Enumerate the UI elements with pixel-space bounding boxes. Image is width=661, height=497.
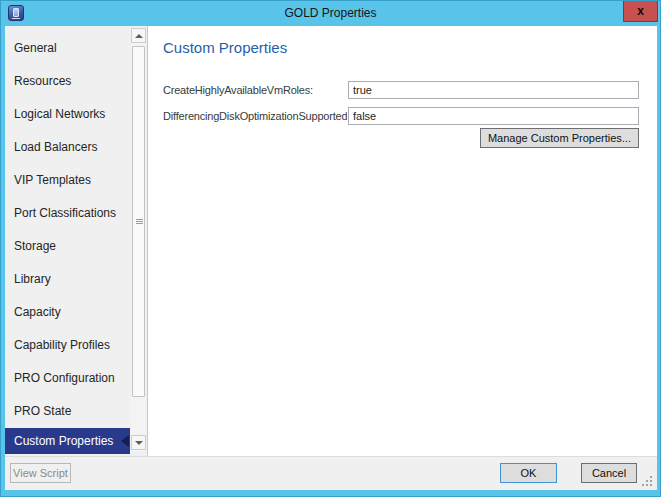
sidebar-item-capability-profiles[interactable]: Capability Profiles (5, 329, 130, 362)
sidebar-item-library[interactable]: Library (5, 263, 130, 296)
view-script-button[interactable]: View Script (10, 463, 71, 483)
field-label: DifferencingDiskOptimizationSupported: (163, 107, 347, 125)
window-title: GOLD Properties (1, 1, 660, 26)
sidebar-item-general[interactable]: General (5, 32, 130, 65)
sidebar-item-pro-configuration[interactable]: PRO Configuration (5, 362, 130, 395)
scroll-down-arrow-icon (135, 441, 143, 445)
sidebar-item-port-classifications[interactable]: Port Classifications (5, 197, 130, 230)
sidebar-scrollbar[interactable] (131, 28, 146, 452)
ok-button[interactable]: OK (500, 463, 557, 483)
sidebar-item-vip-templates[interactable]: VIP Templates (5, 164, 130, 197)
dialog-body: General Resources Logical Networks Load … (5, 26, 657, 490)
page-title: Custom Properties (163, 39, 287, 56)
scrollbar-thumb[interactable] (132, 46, 145, 397)
create-highly-available-vm-roles-input[interactable] (348, 81, 639, 99)
sidebar-item-custom-properties[interactable]: Custom Properties (5, 428, 130, 454)
close-button[interactable]: x (623, 1, 658, 22)
sidebar-item-capacity[interactable]: Capacity (5, 296, 130, 329)
scroll-up-arrow-icon (135, 34, 143, 38)
gold-properties-dialog: GOLD Properties x General Resources Logi… (0, 0, 661, 497)
sidebar-item-resources[interactable]: Resources (5, 65, 130, 98)
manage-custom-properties-button[interactable]: Manage Custom Properties... (480, 128, 639, 148)
differencing-disk-optimization-supported-input[interactable] (348, 107, 639, 125)
content-pane: Custom Properties CreateHighlyAvailableV… (148, 26, 657, 456)
sidebar-item-logical-networks[interactable]: Logical Networks (5, 98, 130, 131)
footer-bar: View Script OK Cancel (5, 456, 657, 490)
left-arrow-indicator-icon (121, 435, 129, 447)
sidebar-item-storage[interactable]: Storage (5, 230, 130, 263)
resize-grip-icon[interactable] (640, 474, 652, 486)
cancel-button[interactable]: Cancel (581, 463, 637, 483)
sidebar-nav-list: General Resources Logical Networks Load … (5, 32, 130, 454)
sidebar: General Resources Logical Networks Load … (5, 26, 148, 456)
titlebar[interactable]: GOLD Properties x (1, 1, 660, 26)
scrollbar-thumb-grip-icon (136, 219, 143, 224)
field-row-create-highly-available-vm-roles: CreateHighlyAvailableVmRoles: (163, 81, 639, 99)
scrollbar-down-button[interactable] (131, 435, 146, 450)
scrollbar-up-button[interactable] (131, 28, 146, 43)
field-row-differencing-disk-optimization-supported: DifferencingDiskOptimizationSupported: (163, 107, 639, 125)
sidebar-item-pro-state[interactable]: PRO State (5, 395, 130, 428)
close-icon: x (637, 4, 644, 18)
sidebar-item-load-balancers[interactable]: Load Balancers (5, 131, 130, 164)
field-label: CreateHighlyAvailableVmRoles: (163, 81, 347, 99)
sidebar-item-label: Custom Properties (14, 434, 113, 448)
